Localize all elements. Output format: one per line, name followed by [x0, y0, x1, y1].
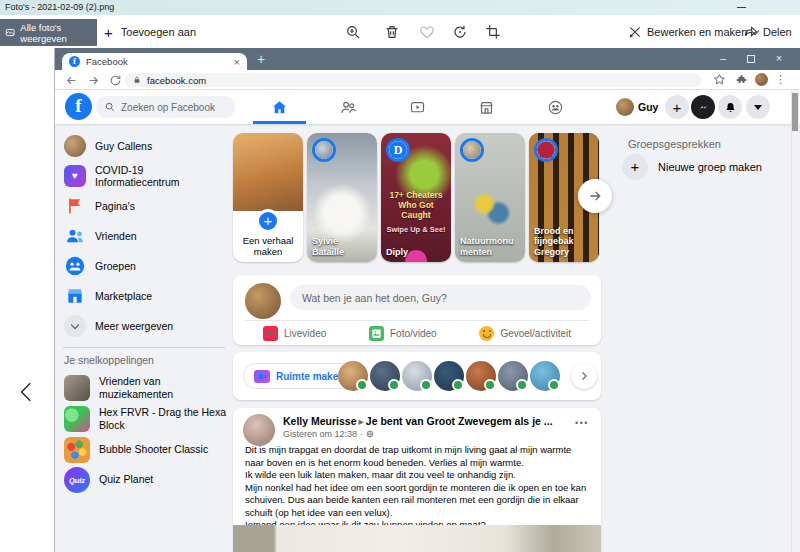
browser-profile-avatar[interactable] [755, 73, 768, 86]
browser-maximize-icon[interactable] [737, 48, 765, 70]
previous-photo-arrow[interactable] [14, 374, 40, 410]
bookmark-star-icon[interactable] [713, 73, 726, 86]
crop-icon[interactable] [485, 24, 501, 40]
sidebar-label: Vrienden [95, 230, 137, 242]
sidebar-item-groups[interactable]: Groepen [60, 251, 230, 281]
nav-tab-marketplace[interactable] [452, 90, 521, 124]
browser-minimize-icon[interactable]: – [709, 48, 737, 70]
contact-avatar[interactable] [370, 361, 400, 391]
sidebar-item-pages[interactable]: Pagina's [60, 191, 230, 221]
post-photo[interactable] [233, 525, 601, 552]
browser-menu-dots-icon[interactable]: ⋮ [775, 73, 786, 86]
feeling-activity-label: Gevoel/activiteit [500, 328, 571, 339]
sidebar-item-marketplace[interactable]: Marketplace [60, 281, 230, 311]
rooms-next-arrow[interactable] [571, 363, 597, 389]
reload-icon[interactable] [109, 74, 122, 87]
avatar-icon [64, 135, 86, 157]
contact-avatar[interactable] [402, 361, 432, 391]
bell-icon [724, 101, 737, 114]
browser-close-icon[interactable]: × [765, 48, 793, 70]
post-author-name: Kelly Meurisse [283, 415, 357, 427]
live-video-button[interactable]: Livevideo [263, 321, 326, 345]
nav-tab-groups[interactable] [521, 90, 590, 124]
sidebar-item-covid-info[interactable]: ♥ COVID-19 Informatiecentrum [60, 161, 230, 191]
url-bar[interactable]: facebook.com [125, 73, 701, 87]
new-tab-button[interactable]: + [257, 51, 265, 67]
tab-close-icon[interactable]: × [234, 57, 240, 67]
photo-video-label: Foto/video [390, 328, 437, 339]
post-menu-dots[interactable]: ••• [575, 418, 589, 428]
profile-avatar [616, 98, 634, 116]
composer-actions: Livevideo Foto/video Gevoel/activiteit [233, 321, 601, 345]
photo-gallery-icon [5, 26, 15, 39]
live-video-label: Livevideo [284, 328, 326, 339]
feeling-activity-button[interactable]: Gevoel/activiteit [479, 321, 571, 345]
quiz-planet-icon: Quiz [64, 467, 90, 493]
story-item-diply[interactable]: D 17+ Cheaters Who Got Caught Swipe Up &… [381, 133, 451, 262]
post-paragraph: Dit is mijn trapgat en doordat de trap u… [245, 444, 589, 469]
sidebar-item-see-more[interactable]: Meer weergeven [60, 311, 230, 341]
photo-video-button[interactable]: Foto/video [369, 321, 437, 345]
create-plus-button[interactable]: + [665, 95, 689, 119]
back-icon[interactable] [65, 74, 78, 87]
profile-name: Guy [638, 101, 658, 113]
shortcut-hex-frvr[interactable]: Hex FRVR - Drag the Hexa Block [60, 402, 235, 436]
friends-icon [64, 225, 86, 247]
contact-avatar[interactable] [498, 361, 528, 391]
favorite-heart-icon[interactable] [419, 24, 435, 40]
globe-privacy-icon [366, 430, 374, 438]
account-menu-button[interactable] [746, 95, 770, 119]
post-paragraph: Ik wilde een luik laten maken, maar dit … [245, 469, 589, 482]
post-header-title[interactable]: Kelly Meurisse▸Je bent van Groot Zwevege… [283, 415, 553, 427]
browser-tab-facebook[interactable]: f Facebook × [62, 53, 247, 70]
lock-icon [133, 76, 141, 84]
nav-tab-watch[interactable] [383, 90, 452, 124]
zoom-icon[interactable] [345, 24, 361, 40]
shortcut-friends-of-musicians[interactable]: Vrienden van muziekamenten [60, 371, 235, 405]
page-scrollbar-track[interactable] [791, 90, 799, 552]
profile-menu-button[interactable]: Guy [616, 98, 658, 116]
tab-title: Facebook [86, 56, 228, 67]
contact-avatar[interactable] [530, 361, 560, 391]
post-author-avatar[interactable] [243, 414, 275, 446]
stories-next-arrow[interactable] [578, 179, 612, 213]
post-time-text: Gisteren om 12:38 [283, 429, 357, 439]
edit-create-button[interactable]: Bewerken en maken [628, 22, 758, 42]
sidebar-item-friends[interactable]: Vrienden [60, 221, 230, 251]
story-avatar-ring: D [386, 138, 410, 162]
contact-avatar[interactable] [466, 361, 496, 391]
page-scrollbar-thumb[interactable] [792, 93, 798, 131]
edit-create-icon [628, 25, 642, 39]
story-label: Natuurmonumenten [460, 236, 520, 257]
share-button[interactable]: Delen [744, 22, 792, 42]
story-avatar-ring [312, 138, 336, 162]
nav-tab-friends[interactable] [314, 90, 383, 124]
story-create[interactable]: + Een verhaal maken [233, 133, 303, 262]
story-item-sylvie[interactable]: Sylvie Bataille [307, 133, 377, 262]
contact-avatar[interactable] [434, 361, 464, 391]
shortcut-bubble-shooter[interactable]: Bubble Shooter Classic [60, 436, 235, 464]
story-item-natuurmonumenten[interactable]: Natuurmonumenten [455, 133, 525, 262]
view-all-photos-button[interactable]: Alle foto's weergeven [0, 19, 97, 46]
sidebar-item-profile[interactable]: Guy Callens [60, 131, 230, 161]
delete-icon[interactable] [384, 24, 400, 40]
forward-icon[interactable] [87, 74, 100, 87]
contact-avatar[interactable] [338, 361, 368, 391]
composer-avatar[interactable] [245, 283, 281, 319]
facebook-search-input[interactable]: Zoeken op Facebook [96, 96, 235, 118]
story-label: Sylvie Bataille [312, 236, 372, 257]
new-group-label: Nieuwe groep maken [658, 161, 762, 173]
nav-tab-home[interactable] [245, 90, 314, 124]
new-group-button[interactable]: + Nieuwe groep maken [622, 154, 762, 180]
messenger-button[interactable] [691, 95, 715, 119]
add-to-button[interactable]: + Toevoegen aan [104, 22, 196, 42]
composer-input[interactable]: Wat ben je aan het doen, Guy? [290, 285, 591, 310]
shortcut-quiz-planet[interactable]: Quiz Quiz Planet [60, 466, 235, 494]
facebook-logo[interactable]: f [65, 93, 92, 120]
extensions-puzzle-icon[interactable] [736, 73, 748, 85]
rotate-icon[interactable] [452, 24, 468, 40]
post-body-text: Dit is mijn trapgat en doordat de trap u… [245, 444, 589, 532]
minimize-icon[interactable] [737, 7, 746, 8]
notifications-bell-button[interactable] [718, 95, 742, 119]
groups-circle-icon [64, 255, 86, 277]
